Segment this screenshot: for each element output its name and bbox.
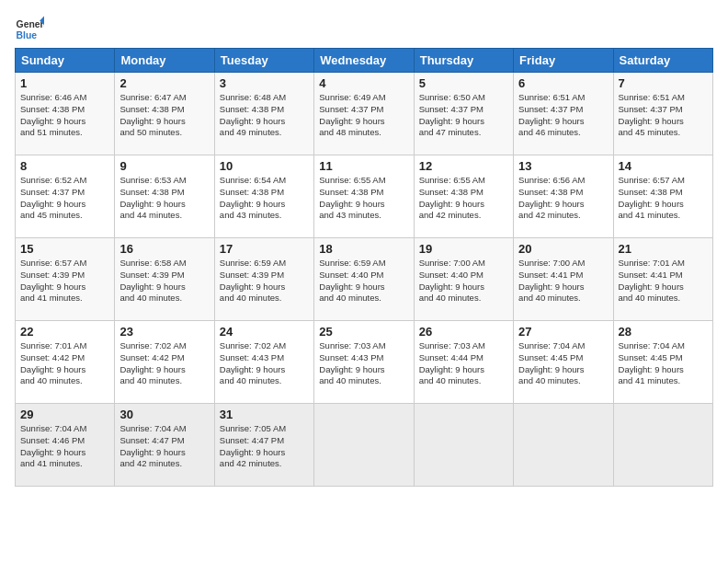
calendar-cell: 20Sunrise: 7:00 AMSunset: 4:41 PMDayligh…: [514, 238, 613, 321]
day-info: Sunrise: 6:48 AMSunset: 4:38 PMDaylight:…: [220, 92, 309, 139]
calendar-cell: 18Sunrise: 6:59 AMSunset: 4:40 PMDayligh…: [314, 238, 414, 321]
calendar-body: 1Sunrise: 6:46 AMSunset: 4:38 PMDaylight…: [16, 73, 713, 487]
calendar-cell: 19Sunrise: 7:00 AMSunset: 4:40 PMDayligh…: [414, 238, 513, 321]
day-number: 12: [419, 159, 508, 173]
calendar-cell: 1Sunrise: 6:46 AMSunset: 4:38 PMDaylight…: [16, 73, 115, 155]
day-info: Sunrise: 6:56 AMSunset: 4:38 PMDaylight:…: [518, 175, 608, 222]
day-number: 23: [119, 325, 209, 339]
day-info: Sunrise: 7:01 AMSunset: 4:41 PMDaylight:…: [619, 258, 708, 304]
day-number: 17: [220, 242, 309, 256]
calendar-cell: [514, 404, 613, 487]
day-number: 18: [319, 242, 408, 256]
day-number: 16: [119, 242, 209, 256]
day-number: 25: [319, 325, 408, 339]
calendar-cell: 8Sunrise: 6:52 AMSunset: 4:37 PMDaylight…: [16, 155, 115, 238]
day-number: 14: [619, 159, 708, 173]
calendar-cell: 30Sunrise: 7:04 AMSunset: 4:47 PMDayligh…: [115, 404, 214, 487]
day-info: Sunrise: 6:46 AMSunset: 4:38 PMDaylight:…: [20, 92, 109, 139]
day-info: Sunrise: 6:59 AMSunset: 4:40 PMDaylight:…: [319, 258, 408, 304]
day-number: 10: [220, 159, 309, 173]
day-info: Sunrise: 6:49 AMSunset: 4:37 PMDaylight:…: [319, 92, 408, 139]
calendar-cell: 9Sunrise: 6:53 AMSunset: 4:38 PMDaylight…: [115, 155, 214, 238]
day-info: Sunrise: 7:03 AMSunset: 4:43 PMDaylight:…: [319, 340, 408, 387]
calendar-cell: 10Sunrise: 6:54 AMSunset: 4:38 PMDayligh…: [214, 155, 313, 238]
calendar-header-monday: Monday: [115, 49, 214, 73]
day-number: 20: [518, 242, 608, 256]
calendar-cell: 12Sunrise: 6:55 AMSunset: 4:38 PMDayligh…: [414, 155, 513, 238]
calendar-cell: 3Sunrise: 6:48 AMSunset: 4:38 PMDaylight…: [214, 73, 313, 155]
logo: General Blue: [15, 15, 44, 44]
day-info: Sunrise: 7:00 AMSunset: 4:40 PMDaylight:…: [419, 258, 508, 304]
day-number: 28: [619, 325, 708, 339]
day-number: 27: [518, 325, 608, 339]
day-number: 1: [20, 76, 109, 90]
day-number: 13: [518, 159, 608, 173]
day-info: Sunrise: 6:57 AMSunset: 4:39 PMDaylight:…: [20, 258, 109, 304]
day-info: Sunrise: 7:04 AMSunset: 4:46 PMDaylight:…: [20, 423, 109, 470]
calendar-cell: 17Sunrise: 6:59 AMSunset: 4:39 PMDayligh…: [214, 238, 313, 321]
day-info: Sunrise: 6:54 AMSunset: 4:38 PMDaylight:…: [220, 175, 309, 222]
day-number: 19: [419, 242, 508, 256]
calendar-week-2: 8Sunrise: 6:52 AMSunset: 4:37 PMDaylight…: [16, 155, 713, 238]
day-info: Sunrise: 6:59 AMSunset: 4:39 PMDaylight:…: [220, 258, 309, 304]
calendar-header-row: SundayMondayTuesdayWednesdayThursdayFrid…: [16, 49, 713, 73]
day-number: 24: [220, 325, 309, 339]
day-number: 6: [518, 76, 608, 90]
day-info: Sunrise: 6:57 AMSunset: 4:38 PMDaylight:…: [619, 175, 708, 222]
calendar-cell: 31Sunrise: 7:05 AMSunset: 4:47 PMDayligh…: [214, 404, 313, 487]
day-number: 29: [20, 408, 109, 421]
day-info: Sunrise: 7:04 AMSunset: 4:47 PMDaylight:…: [119, 423, 209, 470]
calendar-week-4: 22Sunrise: 7:01 AMSunset: 4:42 PMDayligh…: [16, 321, 713, 404]
svg-text:General: General: [17, 19, 44, 29]
logo-icon: General Blue: [15, 15, 44, 44]
day-number: 7: [619, 76, 708, 90]
day-info: Sunrise: 6:53 AMSunset: 4:38 PMDaylight:…: [119, 175, 209, 222]
calendar-cell: 24Sunrise: 7:02 AMSunset: 4:43 PMDayligh…: [214, 321, 313, 404]
day-info: Sunrise: 7:04 AMSunset: 4:45 PMDaylight:…: [518, 340, 608, 387]
calendar-week-3: 15Sunrise: 6:57 AMSunset: 4:39 PMDayligh…: [16, 238, 713, 321]
calendar-cell: 21Sunrise: 7:01 AMSunset: 4:41 PMDayligh…: [613, 238, 712, 321]
day-info: Sunrise: 6:51 AMSunset: 4:37 PMDaylight:…: [619, 92, 708, 139]
day-number: 26: [419, 325, 508, 339]
calendar-cell: 5Sunrise: 6:50 AMSunset: 4:37 PMDaylight…: [414, 73, 513, 155]
day-number: 5: [419, 76, 508, 90]
day-info: Sunrise: 6:50 AMSunset: 4:37 PMDaylight:…: [419, 92, 508, 139]
day-number: 2: [119, 76, 209, 90]
day-number: 15: [20, 242, 109, 256]
calendar-cell: 11Sunrise: 6:55 AMSunset: 4:38 PMDayligh…: [314, 155, 414, 238]
calendar-cell: 25Sunrise: 7:03 AMSunset: 4:43 PMDayligh…: [314, 321, 414, 404]
day-info: Sunrise: 6:47 AMSunset: 4:38 PMDaylight:…: [119, 92, 209, 139]
calendar-cell: 22Sunrise: 7:01 AMSunset: 4:42 PMDayligh…: [16, 321, 115, 404]
calendar-cell: 26Sunrise: 7:03 AMSunset: 4:44 PMDayligh…: [414, 321, 513, 404]
day-info: Sunrise: 7:03 AMSunset: 4:44 PMDaylight:…: [419, 340, 508, 387]
calendar-cell: 23Sunrise: 7:02 AMSunset: 4:42 PMDayligh…: [115, 321, 214, 404]
day-number: 21: [619, 242, 708, 256]
calendar-cell: 28Sunrise: 7:04 AMSunset: 4:45 PMDayligh…: [613, 321, 712, 404]
day-info: Sunrise: 7:01 AMSunset: 4:42 PMDaylight:…: [20, 340, 109, 387]
calendar: SundayMondayTuesdayWednesdayThursdayFrid…: [15, 48, 713, 487]
day-info: Sunrise: 6:55 AMSunset: 4:38 PMDaylight:…: [419, 175, 508, 222]
calendar-cell: 6Sunrise: 6:51 AMSunset: 4:37 PMDaylight…: [514, 73, 613, 155]
calendar-cell: [314, 404, 414, 487]
calendar-cell: 7Sunrise: 6:51 AMSunset: 4:37 PMDaylight…: [613, 73, 712, 155]
calendar-cell: [414, 404, 513, 487]
day-info: Sunrise: 7:05 AMSunset: 4:47 PMDaylight:…: [220, 423, 309, 470]
header: General Blue: [15, 15, 713, 44]
calendar-header-sunday: Sunday: [16, 49, 115, 73]
calendar-header-saturday: Saturday: [613, 49, 712, 73]
day-info: Sunrise: 6:58 AMSunset: 4:39 PMDaylight:…: [119, 258, 209, 304]
calendar-header-wednesday: Wednesday: [314, 49, 414, 73]
calendar-header-tuesday: Tuesday: [214, 49, 313, 73]
day-number: 11: [319, 159, 408, 173]
day-number: 3: [220, 76, 309, 90]
day-info: Sunrise: 7:02 AMSunset: 4:42 PMDaylight:…: [119, 340, 209, 387]
calendar-cell: 4Sunrise: 6:49 AMSunset: 4:37 PMDaylight…: [314, 73, 414, 155]
day-number: 22: [20, 325, 109, 339]
day-info: Sunrise: 7:02 AMSunset: 4:43 PMDaylight:…: [220, 340, 309, 387]
day-info: Sunrise: 6:55 AMSunset: 4:38 PMDaylight:…: [319, 175, 408, 222]
day-number: 30: [119, 408, 209, 421]
day-info: Sunrise: 6:52 AMSunset: 4:37 PMDaylight:…: [20, 175, 109, 222]
day-number: 9: [119, 159, 209, 173]
day-number: 8: [20, 159, 109, 173]
calendar-cell: 27Sunrise: 7:04 AMSunset: 4:45 PMDayligh…: [514, 321, 613, 404]
